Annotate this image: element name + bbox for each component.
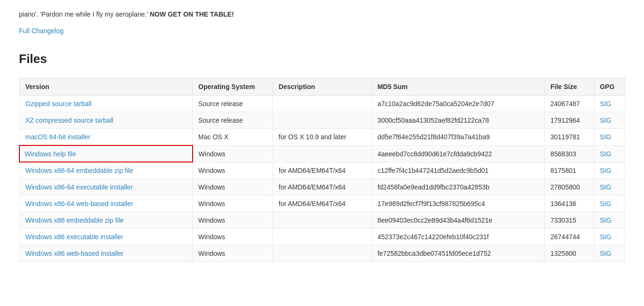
cell-description: for AMD64/EM64T/x64: [273, 179, 371, 196]
cell-version: Windows x86-64 embeddable zip file: [19, 162, 193, 179]
cell-md5: a7c10a2ac9d62de75a0ca5204e2e7d07: [371, 96, 545, 112]
intro-bold: NOW GET ON THE TABLE!: [150, 10, 234, 18]
cell-os: Windows: [193, 145, 273, 162]
cell-os: Windows: [193, 179, 273, 196]
sig-link[interactable]: SIG: [600, 133, 611, 141]
file-version-link[interactable]: Windows x86-64 embeddable zip file: [26, 167, 133, 174]
file-version-link[interactable]: Gzipped source tarball: [26, 100, 92, 108]
cell-size: 17912964: [545, 112, 594, 129]
cell-size: 7330315: [545, 212, 594, 229]
cell-gpg: SIG: [594, 129, 625, 146]
file-version-link[interactable]: Windows help file: [25, 150, 76, 158]
file-version-link[interactable]: XZ compressed source tarball: [26, 117, 114, 124]
table-row: Windows x86-64 embeddable zip fileWindow…: [19, 162, 625, 179]
files-table: Version Operating System Description MD5…: [19, 78, 625, 262]
cell-version: Windows x86 executable installer: [19, 229, 193, 245]
table-row: XZ compressed source tarballSource relea…: [19, 112, 625, 129]
table-row: Windows x86 executable installerWindows4…: [19, 229, 625, 245]
cell-size: 8175801: [545, 162, 594, 179]
sig-link[interactable]: SIG: [600, 100, 611, 108]
cell-os: Windows: [193, 212, 273, 229]
cell-version: Windows x86 embeddable zip file: [19, 212, 193, 229]
cell-description: [273, 145, 371, 162]
file-version-link[interactable]: Windows x86-64 web-based installer: [26, 200, 133, 207]
cell-version: Windows x86 web-based installer: [19, 245, 193, 262]
file-version-link[interactable]: Windows x86 executable installer: [26, 233, 124, 241]
sig-link[interactable]: SIG: [600, 150, 611, 158]
cell-size: 8568303: [545, 145, 594, 162]
cell-md5: 8ee09403ec0cc2e89d43b4a4f6d1521e: [371, 212, 545, 229]
full-changelog-link[interactable]: Full Changelog: [19, 27, 63, 35]
cell-size: 26744744: [545, 229, 594, 245]
cell-description: [273, 229, 371, 245]
cell-description: for AMD64/EM64T/x64: [273, 162, 371, 179]
sig-link[interactable]: SIG: [600, 117, 611, 124]
cell-os: Windows: [193, 196, 273, 212]
cell-version: macOS 64-bit installer: [19, 129, 193, 146]
cell-version: Windows help file: [19, 145, 193, 162]
cell-md5: fd2458fa0e9ead1dd9fbc2370a42853b: [371, 179, 545, 196]
table-row: Windows x86-64 executable installerWindo…: [19, 179, 625, 196]
sig-link[interactable]: SIG: [600, 233, 611, 241]
cell-size: 1325800: [545, 245, 594, 262]
sig-link[interactable]: SIG: [600, 250, 611, 257]
table-row: Gzipped source tarballSource releasea7c1…: [19, 96, 625, 112]
table-row: Windows help fileWindows4aeeebd7cc8dd90d…: [19, 145, 625, 162]
cell-description: for OS X 10.9 and later: [273, 129, 371, 146]
cell-md5: 452373e2c467c14220efeb10f40c231f: [371, 229, 545, 245]
intro-text: piano'. 'Pardon me while I fly my aeropl…: [19, 9, 625, 19]
table-body: Gzipped source tarballSource releasea7c1…: [19, 96, 625, 262]
table-row: Windows x86-64 web-based installerWindow…: [19, 196, 625, 212]
cell-version: Gzipped source tarball: [19, 96, 193, 112]
cell-size: 30119781: [545, 129, 594, 146]
cell-os: Windows: [193, 245, 273, 262]
sig-link[interactable]: SIG: [600, 216, 611, 224]
col-gpg: GPG: [594, 78, 625, 96]
cell-os: Source release: [193, 112, 273, 129]
col-version: Version: [19, 78, 193, 96]
cell-gpg: SIG: [594, 179, 625, 196]
cell-gpg: SIG: [594, 96, 625, 112]
cell-description: [273, 96, 371, 112]
header-row: Version Operating System Description MD5…: [19, 78, 625, 96]
file-version-link[interactable]: Windows x86 embeddable zip file: [26, 216, 124, 224]
cell-gpg: SIG: [594, 245, 625, 262]
cell-description: [273, 212, 371, 229]
file-version-link[interactable]: Windows x86 web-based installer: [26, 250, 124, 257]
cell-gpg: SIG: [594, 145, 625, 162]
cell-os: Windows: [193, 229, 273, 245]
cell-md5: 3000cf50aaa413052aef82fd2122ca78: [371, 112, 545, 129]
cell-gpg: SIG: [594, 112, 625, 129]
cell-description: [273, 112, 371, 129]
cell-os: Source release: [193, 96, 273, 112]
cell-md5: c12ffe7f4c1b447241d5d2aedc9b5d01: [371, 162, 545, 179]
cell-os: Mac OS X: [193, 129, 273, 146]
sig-link[interactable]: SIG: [600, 167, 611, 174]
cell-gpg: SIG: [594, 229, 625, 245]
sig-link[interactable]: SIG: [600, 200, 611, 207]
col-size: File Size: [545, 78, 594, 96]
cell-version: Windows x86-64 executable installer: [19, 179, 193, 196]
cell-gpg: SIG: [594, 212, 625, 229]
file-version-link[interactable]: macOS 64-bit installer: [26, 133, 91, 141]
table-header: Version Operating System Description MD5…: [19, 78, 625, 96]
cell-gpg: SIG: [594, 196, 625, 212]
cell-size: 24067487: [545, 96, 594, 112]
file-version-link[interactable]: Windows x86-64 executable installer: [26, 183, 133, 191]
cell-os: Windows: [193, 162, 273, 179]
cell-md5: dd5e7f64e255d21f8d407f39a7a41ba9: [371, 129, 545, 146]
sig-link[interactable]: SIG: [600, 183, 611, 191]
table-row: Windows x86 embeddable zip fileWindows8e…: [19, 212, 625, 229]
section-title: Files: [19, 52, 625, 66]
cell-size: 27805800: [545, 179, 594, 196]
cell-description: [273, 245, 371, 262]
cell-version: Windows x86-64 web-based installer: [19, 196, 193, 212]
cell-description: for AMD64/EM64T/x64: [273, 196, 371, 212]
cell-md5: 4aeeebd7cc8dd90d61e7cfdda9cb9422: [371, 145, 545, 162]
col-os: Operating System: [193, 78, 273, 96]
table-row: Windows x86 web-based installerWindowsfe…: [19, 245, 625, 262]
cell-md5: fe72582bbca3dbe07451fd05ece1d752: [371, 245, 545, 262]
table-row: macOS 64-bit installerMac OS Xfor OS X 1…: [19, 129, 625, 146]
col-md5: MD5 Sum: [371, 78, 545, 96]
cell-gpg: SIG: [594, 162, 625, 179]
